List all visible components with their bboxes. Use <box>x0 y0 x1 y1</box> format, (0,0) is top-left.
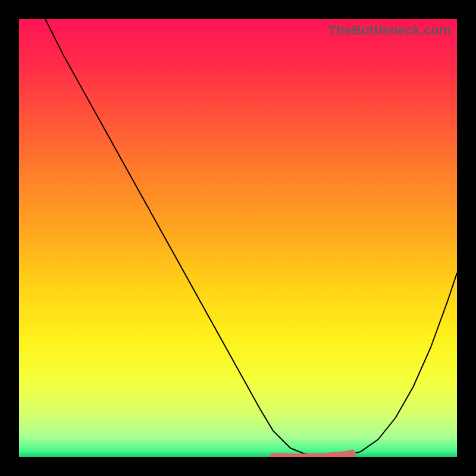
chart-frame: TheBottleneck.com <box>0 0 476 476</box>
watermark-text: TheBottleneck.com <box>328 23 451 38</box>
curve-layer <box>19 19 457 457</box>
bottleneck-curve <box>45 19 457 456</box>
plot-area: TheBottleneck.com <box>19 19 457 457</box>
optimal-zone-marker <box>273 453 352 457</box>
